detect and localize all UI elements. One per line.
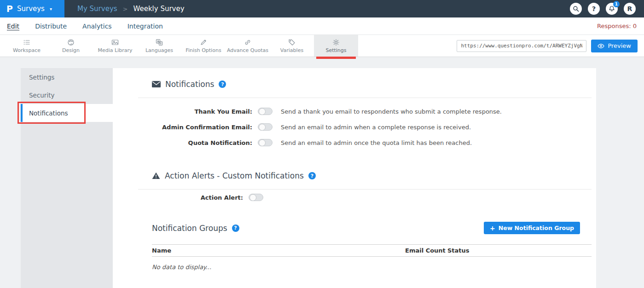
search-button[interactable] (570, 3, 582, 15)
notification-groups-heading: Notification Groups ? (152, 222, 239, 234)
tag-icon (288, 39, 296, 46)
breadcrumb-current-survey: Weekly Survey (133, 5, 185, 13)
topbar: P Surveys ▾ My Surveys > Weekly Survey ?… (0, 0, 644, 17)
toolbar-item-settings[interactable]: Settings (314, 35, 358, 57)
toolbar-item-languages[interactable]: Languages (137, 35, 181, 57)
help-icon[interactable]: ? (308, 172, 316, 179)
workspace-icon (23, 39, 30, 46)
column-header-email-count: Email Count (405, 247, 447, 254)
thank-you-email-toggle[interactable] (258, 108, 273, 115)
notifications-panel: Notifications ? Thank You Email: Send a … (113, 68, 596, 288)
new-notification-group-button[interactable]: + New Notification Group (484, 222, 580, 234)
avatar-initial: R (627, 5, 632, 12)
toolbar-item-workspace[interactable]: Workspace (5, 35, 49, 57)
table-header-row: Name Email Count Status (152, 244, 592, 257)
pencil-icon (200, 39, 207, 46)
notifications-section: Notifications ? Thank You Email: Send a … (138, 78, 592, 150)
tab-integration[interactable]: Integration (128, 23, 163, 30)
toolbar-item-media-library[interactable]: Media Library (93, 35, 137, 57)
questionpro-logo-icon: P (6, 5, 13, 13)
question-mark-icon: ? (592, 5, 596, 12)
toolbar-item-design[interactable]: Design (49, 35, 93, 57)
row-description: Send an email to admin once the quota li… (281, 139, 472, 146)
toolbar-item-label: Media Library (98, 47, 133, 53)
brand-label: Surveys (17, 5, 45, 13)
breadcrumb-my-surveys[interactable]: My Surveys (77, 5, 117, 13)
sidebar-item-label: Notifications (29, 109, 68, 117)
divider (138, 98, 592, 98)
tab-edit[interactable]: Edit (7, 23, 19, 30)
survey-nav-tabs: Edit Distribute Analytics Integration Re… (0, 17, 644, 35)
topbar-actions: ? 1 R (570, 3, 644, 15)
toolbar-item-label: Advance Quotas (227, 47, 268, 53)
sidebar-item-label: Security (29, 92, 54, 99)
toolbar-item-label: Finish Options (186, 47, 221, 53)
plus-icon: + (490, 225, 495, 232)
toolbar-item-finish-options[interactable]: Finish Options (181, 35, 226, 57)
survey-url-input[interactable] (457, 40, 586, 52)
column-header-name: Name (152, 247, 405, 254)
action-alert-row: Action Alert: (138, 190, 592, 205)
table-empty-message: No data to display... (152, 264, 592, 271)
notification-groups-header: Notification Groups ? + New Notification… (138, 222, 592, 234)
image-icon (111, 39, 119, 46)
help-icon[interactable]: ? (232, 225, 239, 232)
languages-icon (156, 39, 163, 46)
toolbar-item-label: Variables (280, 47, 303, 53)
row-label: Action Alert: (138, 194, 243, 201)
row-label: Thank You Email: (138, 108, 252, 115)
row-description: Send an email to admin when a complete r… (281, 124, 471, 131)
toolbar-item-advance-quotas[interactable]: Advance Quotas (226, 35, 270, 57)
right-gutter (596, 68, 644, 288)
responses-count[interactable]: Responses: 0 (597, 23, 644, 29)
toolbar-item-label: Design (62, 47, 80, 53)
action-alerts-section: Action Alerts - Custom Notifications ? A… (138, 170, 592, 205)
preview-button[interactable]: Preview (591, 40, 638, 52)
breadcrumb-separator: > (123, 6, 128, 12)
notification-badge: 1 (613, 1, 620, 7)
notification-toggle-rows: Thank You Email: Send a thank you email … (138, 104, 592, 150)
gear-icon (332, 39, 340, 46)
toolbar-item-label: Languages (145, 47, 173, 53)
user-avatar[interactable]: R (624, 3, 636, 15)
admin-confirmation-email-row: Admin Confirmation Email: Send an email … (138, 119, 592, 135)
eye-icon (598, 43, 604, 49)
sidebar-item-settings[interactable]: Settings (21, 68, 113, 86)
thank-you-email-row: Thank You Email: Send a thank you email … (138, 104, 592, 119)
row-description: Send a thank you email to respondents wh… (281, 108, 502, 115)
breadcrumb: My Surveys > Weekly Survey (77, 5, 185, 13)
notification-groups-table: Name Email Count Status No data to displ… (152, 244, 592, 271)
toolbar-item-label: Settings (325, 47, 346, 53)
envelope-icon (152, 81, 161, 87)
preview-button-label: Preview (608, 42, 631, 49)
section-title: Action Alerts - Custom Notifications (165, 171, 304, 180)
settings-page: Settings Security Notifications Notifica… (0, 57, 644, 288)
search-icon (573, 6, 579, 12)
column-header-status: Status (447, 247, 592, 254)
row-label: Admin Confirmation Email: (138, 124, 252, 131)
brand-surveys-menu[interactable]: P Surveys ▾ (0, 0, 64, 17)
palette-icon (67, 39, 75, 46)
notifications-heading: Notifications ? (152, 78, 592, 90)
tab-distribute[interactable]: Distribute (35, 23, 67, 30)
sidebar-item-security[interactable]: Security (21, 86, 113, 104)
sidebar-item-notifications[interactable]: Notifications (21, 104, 113, 122)
section-title: Notification Groups (152, 224, 227, 233)
notification-groups-section: Notification Groups ? + New Notification… (138, 222, 592, 271)
chevron-down-icon: ▾ (50, 6, 52, 12)
toolbar-item-label: Workspace (13, 47, 41, 53)
tab-analytics[interactable]: Analytics (82, 23, 112, 30)
toolbar-item-variables[interactable]: Variables (270, 35, 314, 57)
row-label: Quota Notification: (138, 139, 252, 146)
admin-confirmation-email-toggle[interactable] (258, 123, 273, 131)
action-alerts-heading: Action Alerts - Custom Notifications ? (152, 170, 592, 182)
link-icon (244, 39, 251, 46)
warning-triangle-icon (152, 172, 160, 179)
action-alert-toggle[interactable] (249, 194, 263, 201)
quota-notification-toggle[interactable] (258, 139, 273, 146)
help-icon[interactable]: ? (219, 81, 226, 88)
help-button[interactable]: ? (588, 3, 600, 15)
settings-sidebar: Settings Security Notifications (21, 68, 113, 288)
notifications-bell-button[interactable]: 1 (606, 3, 618, 15)
edit-toolbar: Workspace Design Media Library Languages… (0, 35, 644, 57)
